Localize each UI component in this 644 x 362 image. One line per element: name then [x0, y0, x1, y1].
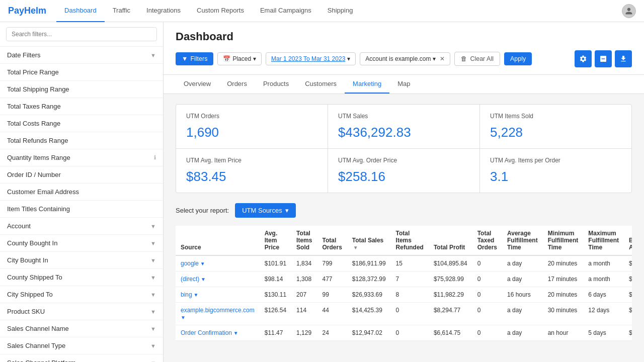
- tab-overview[interactable]: Overview: [176, 75, 219, 94]
- source-filter-icon[interactable]: ▼: [232, 330, 238, 336]
- table-header[interactable]: Total Sales ▼: [347, 226, 391, 255]
- table-cell: a day: [502, 255, 543, 272]
- export-icon-button[interactable]: [595, 50, 612, 67]
- download-icon-button[interactable]: [615, 50, 632, 67]
- table-cell: $130.11: [260, 287, 291, 303]
- source-cell: example.bigcommerce.com ▼: [176, 303, 260, 325]
- source-cell: bing ▼: [176, 287, 260, 303]
- sidebar-item-product-sku[interactable]: Product SKU▼: [0, 303, 163, 320]
- sidebar-item-customer-email-address[interactable]: Customer Email Address: [0, 184, 163, 201]
- report-dropdown[interactable]: UTM Sources ▾: [235, 203, 295, 218]
- layout: Date Filters▼Total Price RangeTotal Ship…: [0, 22, 644, 362]
- table-cell: 0: [391, 303, 429, 325]
- sidebar-item-account[interactable]: Account▼: [0, 218, 163, 235]
- sidebar-item-city-bought-in[interactable]: City Bought In▼: [0, 252, 163, 269]
- source-filter-icon[interactable]: ▼: [192, 292, 199, 298]
- sidebar-item-city-shipped-to[interactable]: City Shipped To▼: [0, 286, 163, 303]
- table-header: BudgetAmount: [624, 226, 632, 255]
- source-link[interactable]: Order Confirmation: [181, 329, 232, 336]
- table-header: TotalOrders: [317, 226, 347, 255]
- sidebar-item-label: Account: [7, 222, 31, 230]
- table-header: TotalItemsRefunded: [391, 226, 429, 255]
- tab-marketing[interactable]: Marketing: [345, 75, 389, 94]
- sidebar-item-county-shipped-to[interactable]: County Shipped To▼: [0, 269, 163, 286]
- chevron-icon: ▼: [150, 52, 156, 58]
- tab-products[interactable]: Products: [255, 75, 297, 94]
- sidebar-item-item-titles-containing[interactable]: Item Titles Containing: [0, 201, 163, 218]
- sidebar-item-total-shipping-range[interactable]: Total Shipping Range: [0, 81, 163, 98]
- sidebar-item-order-id-/-number[interactable]: Order ID / Number: [0, 166, 163, 184]
- chevron-icon: ▼: [150, 275, 156, 281]
- sidebar-item-label: Total Taxes Range: [7, 103, 61, 110]
- metric-card: UTM Orders 1,690: [176, 105, 328, 148]
- metric-label: UTM Sales: [338, 113, 469, 120]
- apply-button[interactable]: Apply: [504, 52, 532, 65]
- search-input[interactable]: [6, 27, 157, 41]
- tab-orders[interactable]: Orders: [219, 75, 255, 94]
- chevron-icon: ▼: [150, 360, 156, 363]
- chevron-icon: ▼: [150, 343, 156, 349]
- table-cell: $0.00: [624, 272, 632, 287]
- sidebar-item-label: Order ID / Number: [7, 171, 61, 178]
- table-header: MaximumFulfillmentTime: [583, 226, 624, 255]
- report-select-row: Select your report: UTM Sources ▾: [176, 203, 632, 218]
- data-table-wrapper: SourceAvg.ItemPriceTotalItemsSoldTotalOr…: [176, 226, 632, 341]
- sidebar-item-total-taxes-range[interactable]: Total Taxes Range: [0, 98, 163, 115]
- source-filter-icon[interactable]: ▼: [199, 277, 206, 282]
- user-avatar[interactable]: [622, 4, 636, 18]
- placed-chevron-icon: ▾: [253, 55, 256, 62]
- filters-button[interactable]: ▼ Filters: [176, 52, 213, 65]
- sidebar-item-label: City Shipped To: [7, 291, 53, 298]
- source-cell: (direct) ▼: [176, 272, 260, 287]
- table-cell: a day: [502, 325, 543, 341]
- sidebar: Date Filters▼Total Price RangeTotal Ship…: [0, 22, 164, 362]
- table-cell: 20 minutes: [543, 287, 584, 303]
- table-cell: 7: [391, 272, 429, 287]
- tab-map[interactable]: Map: [389, 75, 418, 94]
- sidebar-item-county-bought-in[interactable]: County Bought In▼: [0, 235, 163, 252]
- placed-filter-tag[interactable]: 📅 Placed ▾: [217, 52, 262, 65]
- sidebar-item-date-filters[interactable]: Date Filters▼: [0, 47, 163, 64]
- sidebar-item-sales-channel-type[interactable]: Sales Channel Type▼: [0, 337, 163, 354]
- table-cell: 1,834: [291, 255, 317, 272]
- sidebar-item-label: County Bought In: [7, 239, 57, 247]
- source-filter-icon[interactable]: ▼: [199, 261, 205, 266]
- nav-link-dashboard[interactable]: Dashboard: [56, 0, 105, 22]
- source-link[interactable]: bing: [181, 291, 192, 298]
- nav-link-integrations[interactable]: Integrations: [138, 0, 189, 22]
- table-cell: 0: [472, 255, 502, 272]
- settings-icon-button[interactable]: [575, 50, 592, 67]
- sidebar-item-total-refunds-range[interactable]: Total Refunds Range: [0, 132, 163, 149]
- sidebar-item-label: Customer Email Address: [7, 188, 79, 196]
- source-link[interactable]: google: [181, 260, 199, 267]
- sidebar-item-quantity-items-range[interactable]: Quantity Items Rangeℹ: [0, 149, 163, 166]
- table-cell: 207: [291, 287, 317, 303]
- nav-link-shipping[interactable]: Shipping: [319, 0, 361, 22]
- source-cell: Order Confirmation ▼: [176, 325, 260, 341]
- sidebar-search-container: [0, 22, 163, 47]
- nav-link-email-campaigns[interactable]: Email Campaigns: [252, 0, 319, 22]
- date-range-filter-tag[interactable]: Mar 1 2023 To Mar 31 2023 ▾: [266, 52, 356, 65]
- sidebar-item-label: Sales Channel Type: [7, 342, 65, 349]
- account-filter-tag[interactable]: Account is example.com ▾ ✕: [360, 52, 450, 65]
- table-cell: $14,425.39: [347, 303, 391, 325]
- sidebar-item-sales-channel-platform[interactable]: Sales Channel Platform▼: [0, 354, 163, 362]
- source-link[interactable]: (direct): [181, 276, 199, 283]
- sidebar-item-sales-channel-name[interactable]: Sales Channel Name▼: [0, 320, 163, 337]
- source-filter-icon[interactable]: ▼: [181, 315, 186, 320]
- table-cell: an hour: [543, 325, 584, 341]
- tab-customers[interactable]: Customers: [297, 75, 345, 94]
- sidebar-item-label: Sales Channel Name: [7, 325, 69, 332]
- nav-link-traffic[interactable]: Traffic: [105, 0, 138, 22]
- nav-link-custom-reports[interactable]: Custom Reports: [189, 0, 252, 22]
- clear-all-button[interactable]: 🗑 Clear All: [454, 52, 500, 66]
- table-header: AverageFulfillmentTime: [502, 226, 543, 255]
- sidebar-item-total-price-range[interactable]: Total Price Range: [0, 64, 163, 81]
- source-link[interactable]: example.bigcommerce.com: [181, 307, 255, 314]
- nav-right: [622, 4, 636, 18]
- chevron-icon: ▼: [150, 257, 156, 263]
- account-filter-clear-icon[interactable]: ✕: [440, 55, 445, 62]
- content-area: UTM Orders 1,690 UTM Sales $436,292.83 U…: [164, 94, 644, 351]
- table-cell: 0: [472, 303, 502, 325]
- sidebar-item-total-costs-range[interactable]: Total Costs Range: [0, 115, 163, 132]
